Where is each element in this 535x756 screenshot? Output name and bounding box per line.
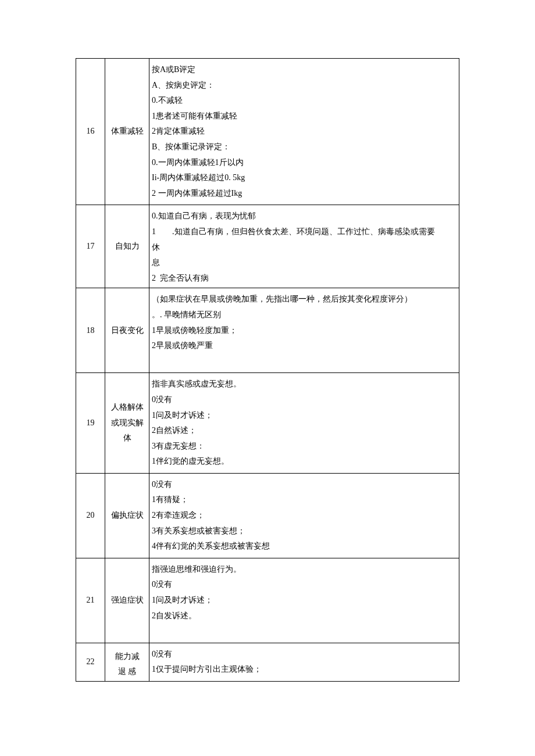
description-line: 2肯定体重减轻 bbox=[152, 124, 456, 139]
description-line: 2有牵连观念； bbox=[152, 508, 456, 524]
table-row: 16体重减轻按A或B评定A、按病史评定：0.不减轻1患者述可能有体重减轻2肯定体… bbox=[76, 59, 459, 205]
description-line: 0没有 bbox=[152, 577, 456, 593]
item-number: 18 bbox=[76, 288, 105, 373]
description-line: 1 .知道自己有病，但归咎伙食太差、环境问题、工作过忙、病毒感染或需要 bbox=[152, 224, 456, 240]
description-line: 0.知道自己有病，表现为忧郁 bbox=[152, 209, 456, 224]
description-line: 指强迫思维和强迫行为。 bbox=[152, 562, 456, 578]
table-row: 21强迫症状指强迫思维和强迫行为。0没有1问及时才诉述；2自发诉述。 bbox=[76, 558, 459, 643]
description-line: 2自发诉述。 bbox=[152, 608, 456, 624]
description-line: 1患者述可能有体重减轻 bbox=[152, 109, 456, 124]
table-row: 20偏执症状0没有1有猜疑；2有牵连观念；3有关系妄想或被害妄想；4伴有幻觉的关… bbox=[76, 473, 459, 558]
item-description: 0没有1有猜疑；2有牵连观念；3有关系妄想或被害妄想；4伴有幻觉的关系妄想或被害… bbox=[149, 473, 459, 558]
item-name: 能力减退 感 bbox=[105, 643, 149, 681]
table-row: 19人格解体或现实解体指非真实感或虚无妄想。0没有1问及时才诉述；2自然诉述；3… bbox=[76, 373, 459, 474]
description-line: 0.不减轻 bbox=[152, 93, 456, 109]
table-row: 17自知力0.知道自己有病，表现为忧郁1 .知道自己有病，但归咎伙食太差、环境问… bbox=[76, 205, 459, 288]
table-row: 22能力减退 感0没有1仅于提问时方引出主观体验； bbox=[76, 643, 459, 681]
description-line: 1仅于提问时方引出主观体验； bbox=[152, 662, 456, 678]
item-name: 自知力 bbox=[105, 205, 149, 288]
description-line: 指非真实感或虚无妄想。 bbox=[152, 377, 456, 392]
item-description: （如果症状在早晨或傍晚加重，先指出哪一种，然后按其变化程度评分）。. 早晚情绪无… bbox=[149, 288, 459, 373]
description-line: 1问及时才诉述； bbox=[152, 593, 456, 608]
description-line: 休 bbox=[152, 240, 456, 256]
item-name: 人格解体或现实解体 bbox=[105, 373, 149, 474]
item-description: 指强迫思维和强迫行为。0没有1问及时才诉述；2自发诉述。 bbox=[149, 558, 459, 643]
description-line bbox=[152, 624, 456, 639]
item-description: 按A或B评定A、按病史评定：0.不减轻1患者述可能有体重减轻2肯定体重减轻B、按… bbox=[149, 59, 459, 205]
description-line: 0没有 bbox=[152, 647, 456, 662]
rating-scale-table: 16体重减轻按A或B评定A、按病史评定：0.不减轻1患者述可能有体重减轻2肯定体… bbox=[76, 58, 459, 682]
description-line: 2 一周内体重减轻超过Ikg bbox=[152, 186, 456, 202]
item-name: 日夜变化 bbox=[105, 288, 149, 373]
description-line: （如果症状在早晨或傍晚加重，先指出哪一种，然后按其变化程度评分） bbox=[152, 292, 456, 307]
description-line: 息 bbox=[152, 255, 456, 271]
description-line: 4伴有幻觉的关系妄想或被害妄想 bbox=[152, 539, 456, 554]
description-line: 2早晨或傍晚严重 bbox=[152, 338, 456, 354]
item-name: 强迫症状 bbox=[105, 558, 149, 643]
item-name: 偏执症状 bbox=[105, 473, 149, 558]
item-description: 指非真实感或虚无妄想。0没有1问及时才诉述；2自然诉述；3有虚无妄想：1伴幻觉的… bbox=[149, 373, 459, 474]
table-row: 18日夜变化（如果症状在早晨或傍晚加重，先指出哪一种，然后按其变化程度评分）。.… bbox=[76, 288, 459, 373]
item-number: 20 bbox=[76, 473, 105, 558]
description-line: 2自然诉述； bbox=[152, 423, 456, 439]
item-number: 22 bbox=[76, 643, 105, 681]
item-description: 0.知道自己有病，表现为忧郁1 .知道自己有病，但归咎伙食太差、环境问题、工作过… bbox=[149, 205, 459, 288]
item-number: 16 bbox=[76, 59, 105, 205]
description-line: 1有猜疑； bbox=[152, 492, 456, 508]
description-line: 。. 早晚情绪无区别 bbox=[152, 307, 456, 323]
description-line: 2 完全否认有病 bbox=[152, 271, 456, 285]
description-line: 3有虚无妄想： bbox=[152, 439, 456, 454]
item-number: 17 bbox=[76, 205, 105, 288]
description-line: 1伴幻觉的虚无妄想。 bbox=[152, 454, 456, 470]
description-line: A、按病史评定： bbox=[152, 78, 456, 94]
item-name: 体重减轻 bbox=[105, 59, 149, 205]
item-description: 0没有1仅于提问时方引出主观体验； bbox=[149, 643, 459, 681]
description-line: 1问及时才诉述； bbox=[152, 408, 456, 424]
description-line: B、按体重记录评定： bbox=[152, 139, 456, 155]
description-line: 0.一周内体重减轻1斤以内 bbox=[152, 155, 456, 171]
description-line: 3有关系妄想或被害妄想； bbox=[152, 524, 456, 539]
description-line: 0没有 bbox=[152, 392, 456, 408]
description-line: 1早晨或傍晚轻度加重； bbox=[152, 323, 456, 339]
item-number: 21 bbox=[76, 558, 105, 643]
description-line bbox=[152, 354, 456, 370]
item-number: 19 bbox=[76, 373, 105, 474]
description-line: Ii-周内体重减轻超过0. 5kg bbox=[152, 170, 456, 186]
description-line: 按A或B评定 bbox=[152, 62, 456, 78]
description-line: 0没有 bbox=[152, 477, 456, 493]
